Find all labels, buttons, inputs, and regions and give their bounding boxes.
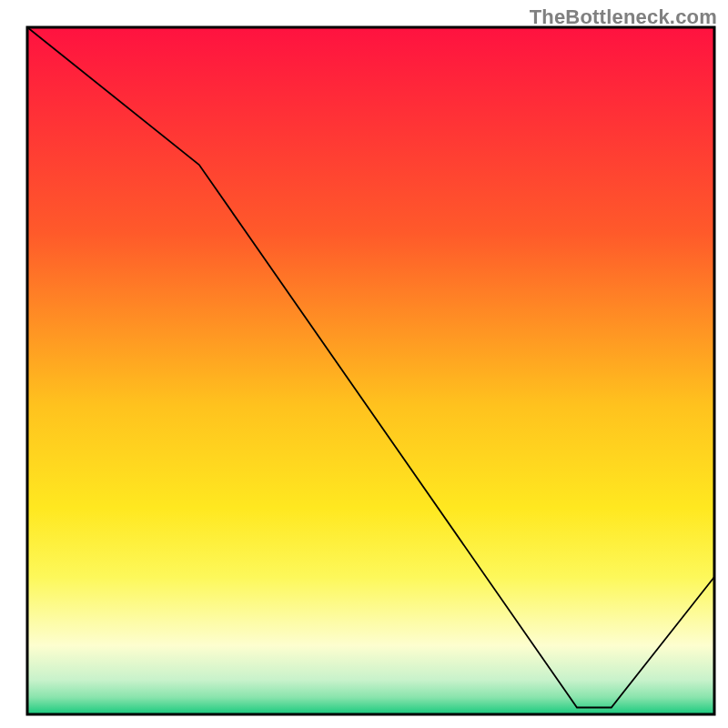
bottleneck-chart: [0, 0, 728, 728]
plot-background: [27, 27, 714, 714]
attribution-text: TheBottleneck.com: [530, 5, 717, 29]
